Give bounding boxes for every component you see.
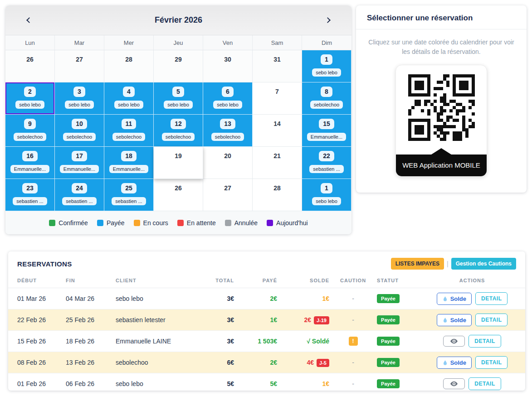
next-month-button[interactable] [322,13,333,27]
status-badge: Payée [377,337,400,346]
cell-paye: 2€ [239,288,283,309]
solde-button[interactable]: Solde [437,314,472,326]
cell-fin: 13 Feb 26 [60,352,110,373]
detail-button[interactable]: DETAIL [475,314,508,326]
calendar-day-reserved[interactable]: 9sebolechoo [5,115,55,147]
cell-total: 3€ [201,288,239,309]
detail-button-label: DETAIL [474,338,495,344]
countdown-badge: J-5 [317,359,329,367]
calendar-day-reserved[interactable]: 17Emmanuelle... [55,147,104,179]
calendar-day-reserved[interactable]: 15Emmanuelle... [302,115,351,147]
reservation-chip: Emmanuelle... [60,165,99,173]
cell-total: 3€ [201,331,239,352]
calendar-day-reserved[interactable]: 11sebolechoo [104,115,154,147]
day-number: 18 [121,151,137,161]
calendar-day: 26 [5,50,55,82]
cell-total: 3€ [201,309,239,331]
solde-button[interactable]: Solde [437,357,472,369]
day-number: 17 [72,151,87,161]
view-button[interactable] [443,378,465,389]
calendar-day-reserved[interactable]: 10sebolechoo [55,115,104,147]
legend-item: Aujourd'hui [267,219,308,227]
paye-value: 2€ [270,359,277,366]
solde-button[interactable]: Solde [437,293,472,305]
total-value: 3€ [227,316,234,324]
prev-month-button[interactable] [24,13,35,27]
day-number: 1 [321,183,332,193]
calendar-day: 19 [154,147,203,179]
calendar-day-reserved[interactable]: 12sebolechoo [154,115,203,147]
droplet-icon [442,296,448,302]
calendar-day-reserved[interactable]: 3sebo lebo [55,82,104,115]
calendar-day-reserved[interactable]: 2sebo lebo [5,82,55,115]
reservation-chip: sebastien ... [309,165,343,173]
cell-debut: 15 Feb 26 [8,331,60,352]
listes-impayes-button[interactable]: LISTES IMPAYES [391,258,444,270]
day-number: 16 [22,151,38,161]
total-value: 5€ [227,380,234,387]
paye-value: 1 503€ [258,338,277,345]
detail-button[interactable]: DETAIL [469,377,501,390]
calendar-day: 27 [55,50,104,82]
calendar-day-reserved[interactable]: 4sebo lebo [104,82,154,115]
row-actions: SoldeDETAIL [425,314,520,326]
cell-statut: Payée [371,373,419,395]
legend-label: Payée [107,219,125,227]
day-number: 24 [72,183,87,193]
legend-item: Annulée [225,219,258,227]
calendar-day-reserved[interactable]: 23sebastien ... [5,179,55,211]
solde-button-label: Solde [450,359,466,366]
calendar-day-reserved[interactable]: 8sebolechoo [302,82,351,115]
detail-button[interactable]: DETAIL [475,356,508,369]
calendar-day: 30 [203,50,253,82]
client-name: sebastien letester [116,316,166,324]
caution-dash: - [352,359,354,366]
panel-hint: Cliquez sur une date colorée du calendri… [356,29,527,57]
cell-actions: SoldeDETAIL [419,288,525,309]
caution-warning-badge: ! [349,337,358,346]
reservations-card: RESERVATIONS LISTES IMPAYES | Gestion de… [8,251,525,391]
calendar-day-reserved[interactable]: 13sebolechoo [203,115,253,147]
gestion-cautions-button[interactable]: Gestion des Cautions [451,258,516,270]
calendar-day: 28 [104,50,154,82]
legend-item: En attente [177,219,216,227]
solde-value: 1€ [322,380,329,387]
calendar-day-reserved[interactable]: 5sebo lebo [154,82,203,115]
day-number: 11 [122,119,137,129]
calendar-day: 7 [253,82,302,115]
calendar-grid: 2627282930311sebo lebo2sebo lebo3sebo le… [5,50,351,211]
reservations-table: DÉBUTFINCLIENTTOTALPAYÉSOLDECAUTIONSTATU… [8,274,525,395]
cell-solde: 4€J-5 [283,352,335,373]
day-number: 25 [121,183,137,193]
solde-value: √ Soldé [307,338,329,345]
detail-button[interactable]: DETAIL [475,292,508,305]
chevron-left-icon [26,17,32,23]
column-header: DÉBUT [8,274,60,288]
calendar-day-reserved[interactable]: 6sebo lebo [203,82,253,115]
calendar-day-reserved[interactable]: 1sebo lebo [302,179,351,211]
page: Février 2026 LunMarMerJeuVenSamDim 26272… [0,0,532,396]
fin-value: 06 Feb 26 [66,380,94,387]
calendar-day-reserved[interactable]: 22sebastien ... [302,147,351,179]
calendar-day-reserved[interactable]: 1sebo lebo [302,50,351,82]
legend-label: Confirmée [59,219,88,227]
day-number: 3 [73,87,85,97]
legend-color-swatch [225,220,231,226]
cell-actions: SoldeDETAIL [419,309,525,331]
day-number: 27 [72,54,87,65]
weekday-label: Mar [55,35,104,50]
detail-button[interactable]: DETAIL [469,335,501,348]
fin-value: 25 Feb 26 [66,316,94,324]
calendar-day-reserved[interactable]: 24sebastien ... [55,179,104,211]
table-column-headers: DÉBUTFINCLIENTTOTALPAYÉSOLDECAUTIONSTATU… [8,274,525,288]
legend-color-swatch [97,220,103,226]
cell-solde: 1€ [283,288,335,309]
calendar-day-reserved[interactable]: 18Emmanuelle... [104,147,154,179]
qr-code [408,74,475,141]
calendar-day-reserved[interactable]: 16Emmanuelle... [5,147,55,179]
calendar-day-reserved[interactable]: 25sebastien ... [104,179,154,211]
reservation-chip: sebolechoo [63,133,96,141]
reservation-chip: sebolechoo [112,133,145,141]
day-number: 21 [269,151,285,161]
view-button[interactable] [443,336,465,347]
